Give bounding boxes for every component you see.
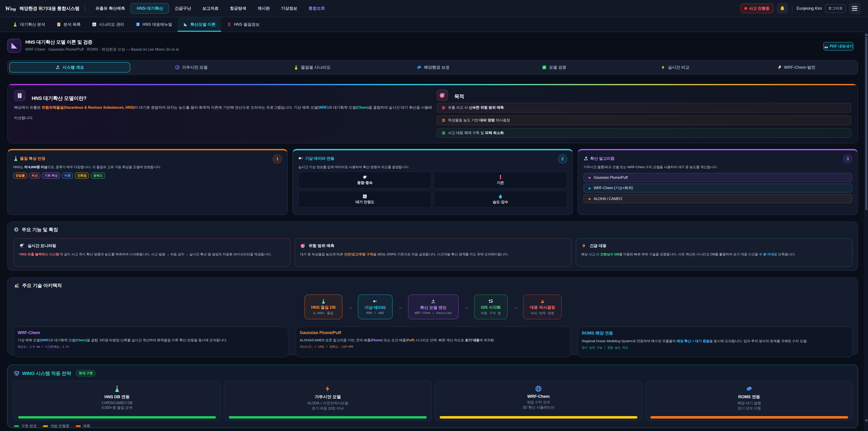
- svg-text:W: W: [5, 5, 11, 12]
- svg-text:ing: ing: [10, 6, 16, 11]
